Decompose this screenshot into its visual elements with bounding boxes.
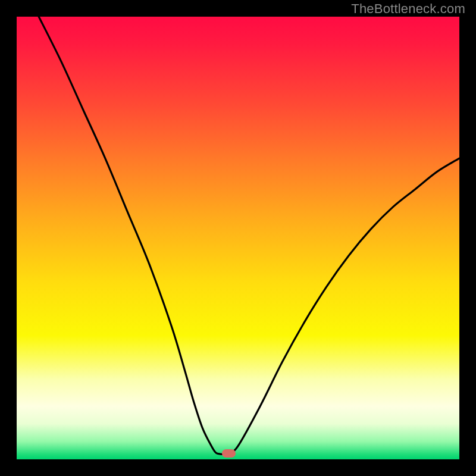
optimal-point-marker bbox=[222, 449, 236, 458]
plot-area bbox=[17, 17, 459, 459]
watermark-text: TheBottleneck.com bbox=[351, 1, 465, 17]
gradient-background bbox=[17, 17, 459, 459]
chart-frame: TheBottleneck.com bbox=[0, 0, 476, 476]
